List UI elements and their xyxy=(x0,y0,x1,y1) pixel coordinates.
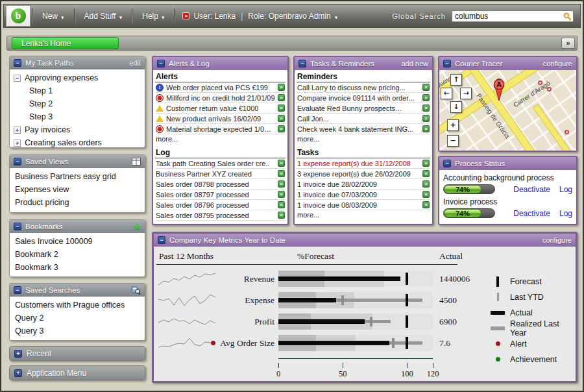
dismiss-icon[interactable] xyxy=(278,125,285,132)
map-pan-down-button[interactable]: ↓ xyxy=(450,101,462,113)
row-text: 1 invoice due 07/03/2009 xyxy=(297,191,420,199)
dismiss-icon[interactable] xyxy=(278,212,285,219)
actual-bar xyxy=(278,319,365,324)
configure-link[interactable]: configure xyxy=(542,236,572,244)
dismiss-icon[interactable] xyxy=(422,115,430,122)
menu-new[interactable]: New xyxy=(34,5,73,27)
bookmark-item[interactable]: Bookmark 3 xyxy=(10,261,145,274)
stop-icon xyxy=(156,125,164,133)
tree-toggle-icon[interactable] xyxy=(14,140,21,147)
row-text: Business Partner XYZ created xyxy=(156,170,275,178)
dismiss-icon[interactable] xyxy=(422,160,430,167)
dismiss-icon[interactable] xyxy=(278,104,285,112)
dismiss-icon[interactable] xyxy=(422,125,430,132)
process-deactivate-link[interactable]: Deactivate xyxy=(513,185,550,194)
edit-link[interactable]: edit xyxy=(129,59,141,67)
map-marker-a-icon[interactable]: A xyxy=(491,78,507,101)
task-step-item[interactable]: Step 3 xyxy=(10,110,145,123)
legend-label: Actual xyxy=(510,308,533,317)
row-text: Web order placed via PCS €199 xyxy=(166,84,275,92)
tab-lenkas-home[interactable]: Lenka's Home xyxy=(12,37,119,49)
map-zoom-in-button[interactable]: + xyxy=(447,119,459,131)
dismiss-icon[interactable] xyxy=(278,180,285,188)
more-link[interactable]: more... xyxy=(155,221,286,225)
more-link[interactable]: more... xyxy=(297,134,430,144)
dismiss-icon[interactable] xyxy=(422,94,430,101)
saved-search-item[interactable]: Query 2 xyxy=(10,312,145,325)
star-icon[interactable] xyxy=(132,222,141,231)
panel-application-menu[interactable]: Application Menu xyxy=(9,365,145,380)
logout-x-icon[interactable] xyxy=(182,12,189,19)
collapse-icon[interactable] xyxy=(14,223,21,230)
expand-icon[interactable] xyxy=(14,369,22,377)
dismiss-icon[interactable] xyxy=(278,84,285,91)
bookmark-item[interactable]: Sales Invoice 100009 xyxy=(10,235,145,248)
dismiss-icon[interactable] xyxy=(422,201,430,208)
search-icon[interactable] xyxy=(563,12,572,21)
saved-view-item[interactable]: Business Partners easy grid xyxy=(10,170,145,183)
configure-link[interactable]: configure xyxy=(543,60,572,67)
tree-toggle-icon[interactable] xyxy=(14,75,21,82)
list-row: Call Larry to discuss new pricing... xyxy=(297,82,430,93)
collapse-icon[interactable] xyxy=(157,60,165,67)
chevron-down-icon xyxy=(335,12,338,21)
expand-icon[interactable] xyxy=(14,350,22,358)
map-pan-right-button[interactable]: → xyxy=(460,88,472,99)
dismiss-icon[interactable] xyxy=(422,191,430,198)
tree-toggle-icon[interactable] xyxy=(14,127,21,134)
dismiss-icon[interactable] xyxy=(278,94,285,101)
more-link[interactable]: more... xyxy=(155,134,286,144)
saved-search-icon[interactable] xyxy=(131,286,141,295)
forecast-marker xyxy=(406,315,408,328)
process-deactivate-link[interactable]: Deactivate xyxy=(513,209,550,218)
more-link[interactable]: more... xyxy=(297,210,430,220)
process-log-link[interactable]: Log xyxy=(559,185,572,194)
reminders-list: Call Larry to discuss new pricing...Comp… xyxy=(297,82,430,144)
openbravo-logo[interactable]: b xyxy=(6,5,30,27)
saved-search-item[interactable]: Customers with Prague offices xyxy=(10,299,145,312)
sparkline xyxy=(158,270,216,288)
collapse-icon[interactable] xyxy=(14,59,21,67)
menu-add-stuff[interactable]: Add Stuff xyxy=(76,5,131,27)
map-pan-left-button[interactable]: ← xyxy=(441,88,452,99)
panel-recent[interactable]: Recent xyxy=(9,346,145,361)
collapse-icon[interactable] xyxy=(298,60,306,67)
dismiss-icon[interactable] xyxy=(422,180,430,188)
dismiss-icon[interactable] xyxy=(278,160,285,167)
map-view[interactable]: Passeig de Gràcia Carrer d'Aragó Aving A… xyxy=(439,70,576,151)
dismiss-icon[interactable] xyxy=(422,104,430,112)
task-path-item[interactable]: Approving expenses xyxy=(10,71,145,84)
collapse-icon[interactable] xyxy=(158,236,165,244)
bookmark-item[interactable]: Bookmark 2 xyxy=(10,248,145,261)
saved-search-item[interactable]: Query 3 xyxy=(10,325,145,337)
expand-tabs-button[interactable]: » xyxy=(561,38,575,49)
dismiss-icon[interactable] xyxy=(278,115,285,122)
collapse-icon[interactable] xyxy=(443,60,451,67)
collapse-icon[interactable] xyxy=(443,160,451,167)
add-new-link[interactable]: add new xyxy=(401,60,428,67)
row-text: Sales order 08796 processed xyxy=(156,201,275,209)
dismiss-icon[interactable] xyxy=(422,84,430,91)
menu-help[interactable]: Help xyxy=(134,5,173,27)
user-label: User: Lenka xyxy=(193,12,236,21)
process-log-link[interactable]: Log xyxy=(559,209,572,218)
legend-label: Realized Last Year xyxy=(510,319,578,337)
global-search-input[interactable] xyxy=(452,10,574,22)
task-step-item[interactable]: Step 2 xyxy=(10,97,145,110)
saved-view-item[interactable]: Product pricing xyxy=(10,196,145,209)
collapse-icon[interactable] xyxy=(14,286,21,294)
saved-view-item[interactable]: Expenses view xyxy=(10,183,145,196)
grid-view-icon[interactable] xyxy=(132,158,141,165)
task-step-item[interactable]: Step 1 xyxy=(10,84,145,97)
dismiss-icon[interactable] xyxy=(278,191,285,198)
task-path-item[interactable]: Creating sales orders xyxy=(10,136,145,148)
task-path-item[interactable]: Pay invoices xyxy=(10,123,145,136)
collapse-icon[interactable] xyxy=(14,158,21,165)
map-zoom-out-button[interactable]: − xyxy=(447,135,459,147)
role-label[interactable]: Role: Openbravo Admin xyxy=(248,12,330,21)
dismiss-icon[interactable] xyxy=(422,170,430,177)
map-pan-up-button[interactable]: ↑ xyxy=(450,74,462,86)
dismiss-icon[interactable] xyxy=(278,170,285,177)
dismiss-icon[interactable] xyxy=(278,201,285,208)
log-list: Task path Creating Sales order cre..Busi… xyxy=(155,158,286,225)
